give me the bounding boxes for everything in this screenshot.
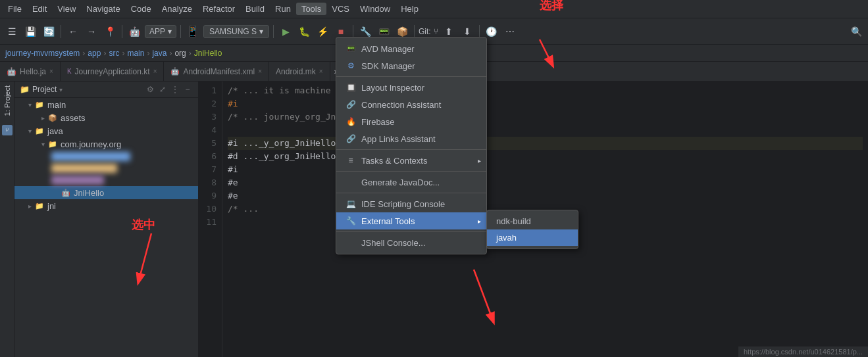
tree-item-package[interactable]: ▾ 📁 com.journey.org xyxy=(14,137,198,151)
toolbar-debug-btn[interactable]: 🐛 xyxy=(296,24,312,39)
breadcrumb-sep3: › xyxy=(122,49,124,58)
tab-manifest-close[interactable]: × xyxy=(258,68,262,75)
tools-menu: 📟 AVD Manager ⚙ SDK Manager 🔲 Layout Ins… xyxy=(336,37,487,254)
toolbar-menu-btn[interactable]: ☰ xyxy=(4,24,20,39)
tab-android-mk-close[interactable]: × xyxy=(319,68,323,75)
breadcrumb-java[interactable]: java xyxy=(152,49,166,58)
menu-window[interactable]: Window xyxy=(355,3,396,15)
breadcrumb-org[interactable]: org xyxy=(174,49,186,58)
line-num-11: 11 xyxy=(199,216,217,229)
menu-jshell[interactable]: JShell Console... xyxy=(336,234,486,251)
menu-vcs[interactable]: VCS xyxy=(326,3,355,15)
breadcrumb-main[interactable]: main xyxy=(127,49,144,58)
javah-label: javah xyxy=(496,233,517,243)
menu-generate-javadoc[interactable]: Generate JavaDoc... xyxy=(336,174,486,191)
toolbar-sync-btn[interactable]: 🔄 xyxy=(41,24,57,39)
tab-journey-app[interactable]: K JourneyApplication.kt × xyxy=(61,62,165,81)
project-tree: ▾ 📁 main ▸ 📦 assets ▾ 📁 java xyxy=(14,98,198,357)
scripting-icon: 💻 xyxy=(345,199,356,209)
line-num-8: 8 xyxy=(199,176,217,189)
tree-item-jnihello[interactable]: ▸ 🤖 JniHello xyxy=(14,186,198,199)
menu-tools[interactable]: Tools xyxy=(296,3,326,15)
toolbar-run-btn[interactable]: ▶ xyxy=(278,24,294,39)
menu-refactor[interactable]: Refactor xyxy=(197,3,240,15)
git-branch-icon: ⑂ xyxy=(434,27,438,36)
toolbar-app-select[interactable]: APP ▾ xyxy=(145,25,176,38)
menu-build[interactable]: Build xyxy=(240,3,270,15)
side-panel-icons: 1: Project ⑂ xyxy=(0,82,14,357)
tab-android-mk[interactable]: Android.mk × xyxy=(269,62,330,81)
project-tab[interactable]: 1: Project xyxy=(3,85,11,116)
toolbar-back-btn[interactable]: ← xyxy=(65,24,81,39)
jni-label: jni xyxy=(47,201,56,211)
panel-header-icon: 📁 xyxy=(20,85,30,94)
menu-analyze[interactable]: Analyze xyxy=(157,3,197,15)
breadcrumb-src[interactable]: src xyxy=(109,49,119,58)
submenu-javah[interactable]: javah xyxy=(487,229,578,246)
panel-dropdown-icon[interactable]: ▾ xyxy=(59,86,63,93)
menu-ide-scripting[interactable]: 💻 IDE Scripting Console xyxy=(336,195,486,212)
external-tools-submenu: ndk-build javah xyxy=(486,210,578,249)
firebase-icon: 🔥 xyxy=(345,116,356,127)
app-links-icon: 🔗 xyxy=(345,133,356,144)
toolbar-sep3 xyxy=(180,25,181,38)
panel-close-btn[interactable]: − xyxy=(182,84,193,95)
menu-code[interactable]: Code xyxy=(126,3,157,15)
line-num-7: 7 xyxy=(199,163,217,176)
menu-navigate[interactable]: Navigate xyxy=(81,3,125,15)
git-icon[interactable]: ⑂ xyxy=(2,125,13,135)
layout-label: Layout Inspector xyxy=(361,83,424,93)
menu-external-tools[interactable]: 🔧 External Tools ▸ ndk-build javah xyxy=(336,212,486,229)
menu-help[interactable]: Help xyxy=(396,3,424,15)
menu-view[interactable]: View xyxy=(52,3,81,15)
menu-edit[interactable]: Edit xyxy=(27,3,52,15)
breadcrumb-jnihello[interactable]: JniHello xyxy=(194,49,222,58)
breadcrumb-app[interactable]: app xyxy=(88,49,101,58)
app-links-label: App Links Assistant xyxy=(361,134,436,144)
tree-item-jni[interactable]: ▸ 📁 jni xyxy=(14,199,198,212)
menu-connection-assistant[interactable]: 🔗 Connection Assistant xyxy=(336,96,486,113)
tab-manifest-label: AndroidManifest.xml xyxy=(183,67,255,76)
toolbar-save-btn[interactable]: 💾 xyxy=(22,24,38,39)
panel-gear-btn[interactable]: ⚙ xyxy=(145,84,155,95)
toolbar-android-btn[interactable]: 🤖 xyxy=(126,24,142,39)
menu-file[interactable]: File xyxy=(3,3,27,15)
panel-more-btn[interactable]: ⋮ xyxy=(170,84,180,95)
breadcrumb-project[interactable]: journey-mvvmsystem xyxy=(5,49,80,58)
assets-icon: 📦 xyxy=(47,112,58,123)
package-icon: 📁 xyxy=(47,139,58,149)
menu-tasks-contexts[interactable]: ≡ Tasks & Contexts ▸ xyxy=(336,152,486,169)
toolbar-profile-btn[interactable]: ⚡ xyxy=(315,24,330,39)
submenu-ndk-build[interactable]: ndk-build xyxy=(487,213,578,229)
tree-item-main[interactable]: ▾ 📁 main xyxy=(14,98,198,111)
menu-sep5 xyxy=(336,231,486,232)
toolbar-bookmark-btn[interactable]: 📍 xyxy=(102,24,118,39)
code-line-8: #e xyxy=(228,176,863,189)
breadcrumb-sep2: › xyxy=(103,49,106,58)
jni-arrow: ▸ xyxy=(25,202,34,210)
toolbar-search-btn[interactable]: 🔍 xyxy=(848,24,864,39)
panel-expand-btn[interactable]: ⤢ xyxy=(157,84,168,95)
line-num-6: 6 xyxy=(199,150,217,163)
toolbar-more-btn[interactable]: ⋯ xyxy=(502,24,518,39)
package-label: com.journey.org xyxy=(61,139,121,149)
tab-manifest[interactable]: 🤖 AndroidManifest.xml × xyxy=(164,62,269,81)
line-num-5: 5 xyxy=(199,137,217,150)
menu-app-links[interactable]: 🔗 App Links Assistant xyxy=(336,130,486,147)
tree-item-java[interactable]: ▾ 📁 java xyxy=(14,124,198,137)
menu-layout-inspector[interactable]: 🔲 Layout Inspector xyxy=(336,79,486,96)
menu-sep2 xyxy=(336,149,486,150)
jshell-label: JShell Console... xyxy=(361,238,426,248)
menu-run[interactable]: Run xyxy=(270,3,296,15)
tree-item-assets[interactable]: ▸ 📦 assets xyxy=(14,111,198,124)
tab-hello-close[interactable]: × xyxy=(49,68,53,75)
menu-sdk-manager[interactable]: ⚙ SDK Manager xyxy=(336,57,486,74)
menu-firebase[interactable]: 🔥 Firebase xyxy=(336,113,486,130)
tab-hello[interactable]: 🤖 Hello.ja × xyxy=(0,62,61,81)
tab-journey-close[interactable]: × xyxy=(153,68,157,75)
toolbar-device-select[interactable]: SAMSUNG S ▾ xyxy=(203,25,269,38)
menu-avd-manager[interactable]: 📟 AVD Manager xyxy=(336,40,486,57)
sdk-icon: ⚙ xyxy=(345,60,356,71)
toolbar-forward-btn[interactable]: → xyxy=(84,24,99,39)
external-label: External Tools xyxy=(361,216,415,226)
